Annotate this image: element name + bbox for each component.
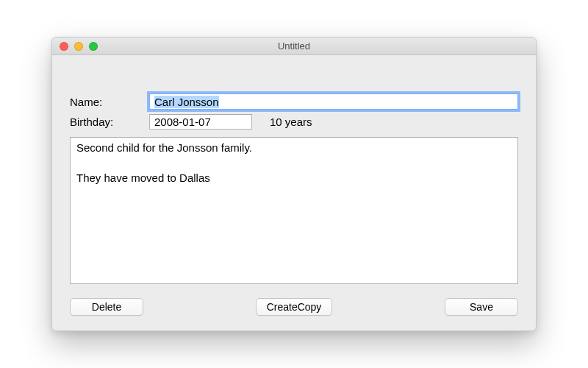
content-area: Name: Birthday: 10 years Delete CreateCo… [52, 55, 536, 330]
name-label: Name: [70, 96, 149, 108]
age-text: 10 years [270, 116, 312, 128]
zoom-icon[interactable] [89, 42, 98, 51]
birthday-input[interactable] [149, 114, 252, 130]
close-icon[interactable] [60, 42, 68, 51]
spacer [70, 68, 518, 93]
birthday-label: Birthday: [70, 116, 149, 128]
birthday-wrap: 10 years [149, 114, 312, 130]
create-copy-button[interactable]: CreateCopy [256, 298, 333, 316]
window-controls [60, 42, 98, 51]
name-input[interactable] [149, 93, 518, 110]
save-button[interactable]: Save [445, 298, 518, 316]
titlebar: Untitled [52, 38, 536, 55]
minimize-icon[interactable] [74, 42, 83, 51]
app-window: Untitled Name: Birthday: 10 years Delete… [51, 37, 537, 331]
notes-textarea[interactable] [70, 137, 518, 284]
name-row: Name: [70, 93, 518, 110]
birthday-row: Birthday: 10 years [70, 114, 518, 130]
button-row: Delete CreateCopy Save [70, 298, 518, 316]
delete-button[interactable]: Delete [70, 298, 143, 316]
window-title: Untitled [278, 40, 310, 52]
